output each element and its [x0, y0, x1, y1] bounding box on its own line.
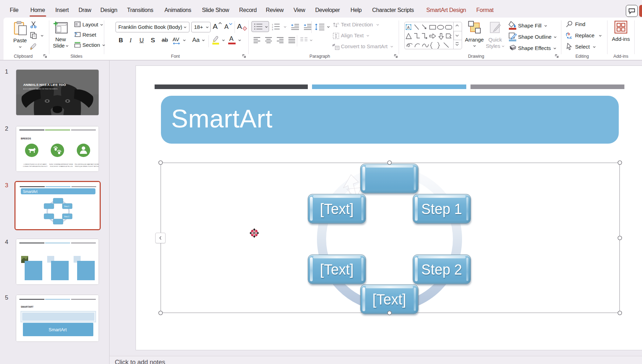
svg-text:TRISTIQUE SENECTUS ET NETUS.: TRISTIQUE SENECTUS ET NETUS. [75, 165, 99, 167]
svg-text:NUNC VIVERRA IMPERDIET ENIM.: NUNC VIVERRA IMPERDIET ENIM. [49, 163, 73, 165]
svg-text:A: A [407, 25, 410, 30]
svg-text:ANIMALS HAS A LIFE TOO: ANIMALS HAS A LIFE TOO [23, 83, 66, 87]
svg-text:2: 2 [272, 26, 273, 28]
svg-text:SmartArt: SmartArt [49, 327, 67, 332]
svg-text:c: c [570, 35, 572, 39]
svg-text:LOREM IPSUM DOLOR SIT AMET,: LOREM IPSUM DOLOR SIT AMET, [24, 163, 47, 165]
svg-text:A DOCUMENTRY BASED ON TRUE INC: A DOCUMENTRY BASED ON TRUE INCIDENTS [23, 88, 57, 90]
svg-text:CONSECTETURE ADIPISCING ELIT.: CONSECTETURE ADIPISCING ELIT. [23, 165, 48, 167]
svg-text:SMARTART: SMARTART [21, 306, 33, 308]
svg-text:PELLENTESQUE HABITANT MORBI: PELLENTESQUE HABITANT MORBI [75, 163, 99, 165]
svg-text:SmartArt: SmartArt [23, 189, 38, 194]
svg-text:Step 2: Step 2 [64, 215, 69, 218]
svg-text:FUSCE EST. VIVAMUS A TELLUS.: FUSCE EST. VIVAMUS A TELLUS. [50, 165, 73, 167]
svg-text:1: 1 [272, 24, 273, 26]
svg-text:A: A [337, 22, 339, 25]
svg-text:BREEDS: BREEDS [21, 137, 31, 140]
svg-text:3: 3 [272, 29, 273, 31]
svg-text:Step 1: Step 1 [64, 205, 69, 207]
